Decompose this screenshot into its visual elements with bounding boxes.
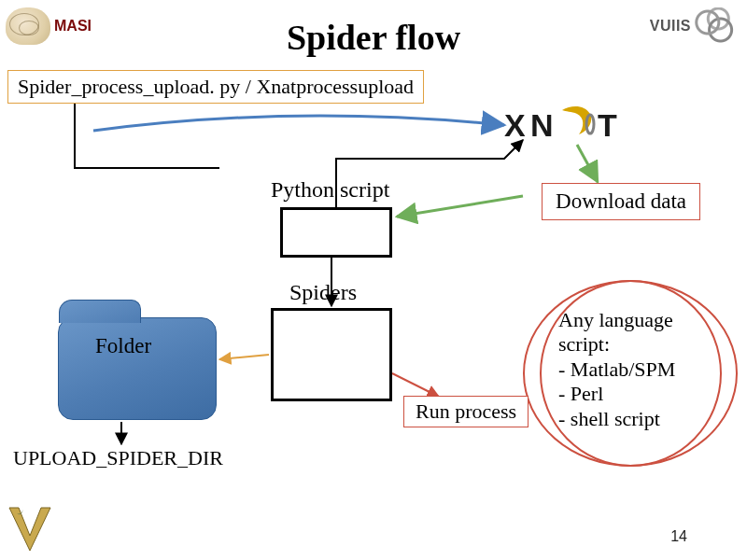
page-title: Spider flow <box>287 17 460 58</box>
any-language-line3: - Matlab/SPM <box>558 357 675 382</box>
vuiis-logo: VUIIS <box>650 7 738 45</box>
upload-spider-dir-label: UPLOAD_SPIDER_DIR <box>13 446 223 470</box>
file-script-box: Spider_process_upload. py / Xnatprocessu… <box>7 70 424 104</box>
svg-text:N: N <box>530 107 554 143</box>
svg-text:T: T <box>598 107 617 143</box>
masi-logo: MASI <box>6 7 92 45</box>
spiders-label: Spiders <box>289 280 357 305</box>
vanderbilt-v-logo <box>6 502 54 554</box>
any-language-line2: script: <box>558 332 675 357</box>
spiders-box <box>271 308 392 401</box>
knot-icon <box>695 7 738 45</box>
page-number: 14 <box>670 528 687 545</box>
folder-label: Folder <box>95 334 151 358</box>
any-language-note: Any language script: - Matlab/SPM - Perl… <box>558 308 675 431</box>
download-data-box: Download data <box>542 183 700 220</box>
svg-text:X: X <box>504 107 526 143</box>
vuiis-logo-text: VUIIS <box>650 18 691 35</box>
any-language-line5: - shell script <box>558 407 675 431</box>
python-script-label: Python script <box>271 177 389 203</box>
python-script-box <box>280 207 392 258</box>
masi-logo-text: MASI <box>54 18 92 35</box>
folder-shape <box>58 317 217 420</box>
run-process-box: Run process <box>403 396 529 427</box>
any-language-line4: - Perl <box>558 382 675 406</box>
brain-icon <box>6 7 50 45</box>
any-language-line1: Any language <box>558 308 675 332</box>
xnat-logo: X N T <box>504 103 626 145</box>
